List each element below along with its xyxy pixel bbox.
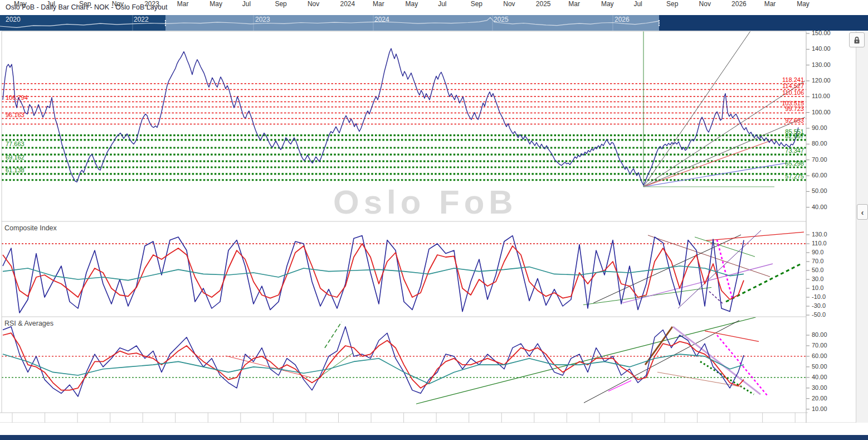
- composite-trend-line: [678, 230, 761, 308]
- support-level-label: 85.551: [785, 128, 804, 135]
- support-level-label: 61.138: [6, 167, 25, 173]
- panel-main: [2, 31, 806, 187]
- optuma-chart-window: { "window": {"title": "Oslo FoB - Daily …: [0, 0, 868, 440]
- panel-title-composite-index: Composite Index: [4, 224, 57, 232]
- support-level-label: 57.275: [785, 173, 804, 180]
- main-trend-line: [643, 31, 750, 187]
- series-rsi-average-fast: [3, 333, 744, 390]
- main-trend-line: [643, 163, 787, 187]
- main-trend-line: [643, 117, 805, 187]
- rsi-trend-line: [645, 327, 672, 365]
- rsi-trend-line: [705, 331, 759, 341]
- support-level-label: 82.667: [785, 133, 804, 139]
- resistance-level-label: 99.723: [785, 105, 804, 112]
- rsi-trend-line: [673, 327, 760, 394]
- support-level-label: 77.663: [6, 141, 25, 147]
- composite-trend-line: [706, 232, 804, 240]
- chart-title: Oslo FoB - Daily Bar Chart - NOK - Oslo …: [6, 3, 167, 11]
- resistance-level-label: 114.527: [782, 83, 804, 89]
- resistance-level-label: 110.106: [782, 89, 804, 96]
- resistance-level-label: 103.515: [782, 100, 804, 107]
- date-range-navigator[interactable]: [0, 15, 868, 31]
- chart-watermark: Oslo FoB: [333, 183, 518, 221]
- series-slow-average: [3, 266, 744, 281]
- composite-trend-line: [583, 287, 711, 304]
- series-rsi-average-slow: [3, 354, 744, 384]
- title-bar: Oslo FoB - Daily Bar Chart - NOK - Oslo …: [0, 0, 868, 15]
- series-price: [3, 49, 798, 185]
- composite-trend-line: [593, 235, 741, 303]
- support-level-label: 69.162: [6, 154, 25, 161]
- panel-rsi: [2, 317, 806, 404]
- panel-title-rsi-averages: RSI & Averages: [4, 320, 53, 327]
- series-signal: [3, 244, 744, 299]
- support-level-label: 65.298: [785, 160, 804, 167]
- rsi-trend-line: [318, 353, 353, 378]
- panel-composite: [2, 230, 806, 313]
- rsi-trend-line: [717, 335, 767, 395]
- rsi-trend-line: [700, 361, 754, 394]
- footer-bar: Optuma +: [0, 423, 868, 435]
- x-axis-strip[interactable]: [0, 413, 808, 423]
- main-trend-line: [643, 81, 805, 187]
- composite-trend-line: [622, 264, 773, 303]
- composite-trend-line: [726, 264, 801, 302]
- resistance-level-label: 92.653: [785, 117, 804, 124]
- composite-trend-line: [648, 235, 770, 277]
- rsi-trend-line: [584, 320, 739, 403]
- resistance-level-label: 118.241: [782, 76, 804, 83]
- series-composite-index: [3, 236, 744, 313]
- series-rsi: [3, 327, 744, 397]
- rsi-y-axis-strip[interactable]: [806, 317, 868, 413]
- resistance-level-label: 96.163: [6, 112, 25, 118]
- rsi-trend-line: [325, 322, 342, 347]
- composite-trend-line: [717, 240, 733, 300]
- rsi-trend-line: [657, 372, 742, 387]
- composite-trend-line: [709, 292, 723, 304]
- rsi-trend-line: [608, 381, 631, 391]
- rsi-trend-line: [226, 356, 311, 378]
- composite-trend-line: [695, 237, 755, 257]
- composite-y-axis-strip[interactable]: [806, 222, 868, 317]
- main-trend-line: [643, 139, 774, 187]
- bottom-accent-strip: [0, 435, 868, 440]
- resistance-level-label: 106.794: [6, 94, 28, 101]
- rsi-trend-line: [416, 317, 756, 404]
- main-y-axis-strip[interactable]: [806, 31, 868, 221]
- support-level-label: 73.347: [785, 147, 804, 154]
